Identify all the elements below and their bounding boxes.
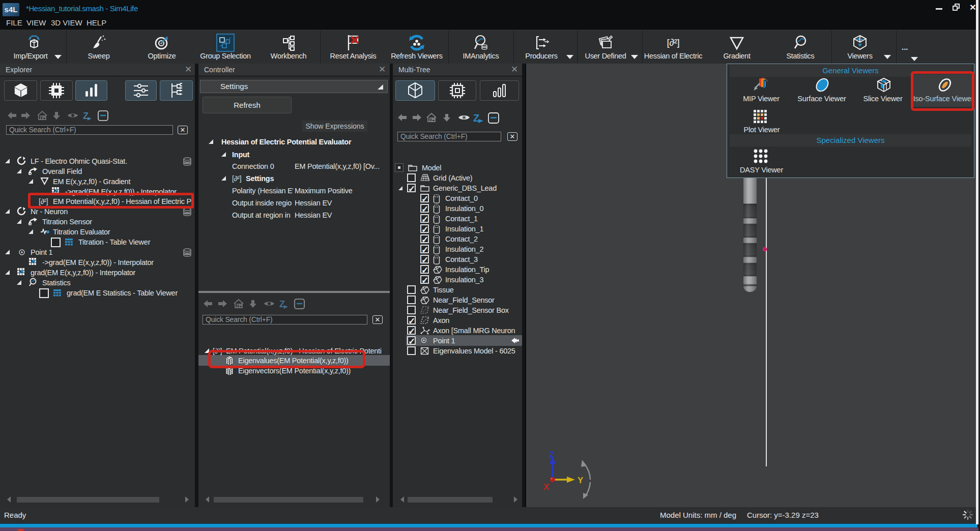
svg-text:Z: Z	[549, 450, 554, 460]
svg-text:Y: Y	[578, 476, 584, 485]
svg-text:X: X	[543, 482, 550, 492]
